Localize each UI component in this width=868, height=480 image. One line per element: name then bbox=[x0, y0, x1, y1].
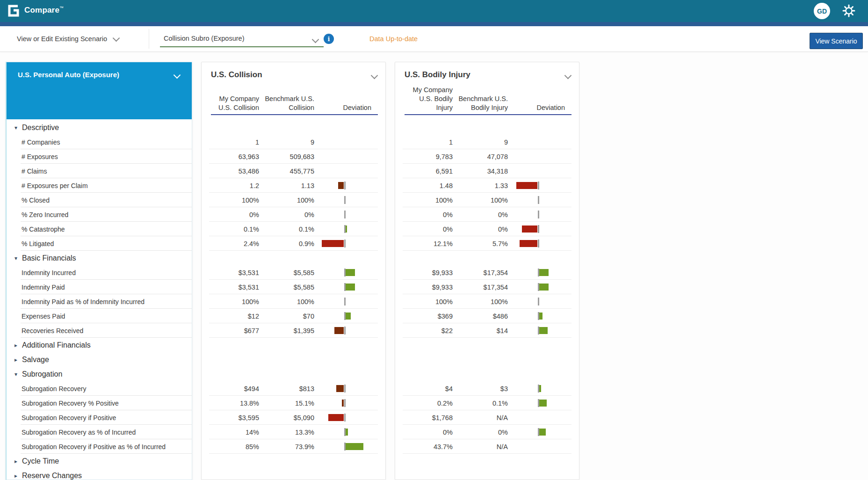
sidebar-metric-item[interactable]: Indemnity Incurred bbox=[7, 265, 192, 280]
chevron-down-icon[interactable] bbox=[564, 72, 572, 80]
panel-data-row: $369$486 bbox=[395, 309, 579, 323]
sidebar-category-item[interactable]: ▾Basic Financials bbox=[7, 251, 192, 265]
info-icon[interactable]: i bbox=[324, 34, 334, 44]
sidebar-metric-item[interactable]: Indemnity Paid bbox=[7, 280, 192, 294]
deviation-center-tick bbox=[344, 240, 346, 247]
item-label: % Closed bbox=[22, 196, 50, 204]
panel-blank-row bbox=[395, 120, 579, 135]
my-company-value: $22 bbox=[395, 327, 453, 335]
triangle-expanded-icon: ▾ bbox=[14, 371, 22, 378]
sidebar-metric-item[interactable]: # Exposures bbox=[7, 149, 192, 164]
benchmark-value: 0.1% bbox=[259, 225, 314, 233]
item-label: # Claims bbox=[22, 167, 47, 175]
view-scenario-button[interactable]: View Scenario bbox=[810, 33, 863, 49]
deviation-box bbox=[515, 396, 562, 410]
scenario-mode-dropdown[interactable]: View or Edit Existing Scenario bbox=[17, 26, 119, 51]
sidebar-category-item[interactable]: ▸Additional Financials bbox=[7, 338, 192, 352]
benchmark-value: 100% bbox=[453, 298, 508, 305]
sidebar-metric-item[interactable]: Subrogation Recovery % Positive bbox=[7, 396, 192, 410]
my-company-value: $4 bbox=[395, 385, 453, 393]
sidebar-category-item[interactable]: ▸Cycle Time bbox=[7, 454, 192, 468]
deviation-box bbox=[321, 236, 368, 251]
sidebar-metric-item[interactable]: Subrogation Recovery as % of Incurred bbox=[7, 425, 192, 439]
sidebar-metric-item[interactable]: % Zero Incurred bbox=[7, 207, 192, 222]
item-label: Expenses Paid bbox=[22, 313, 65, 320]
deviation-box bbox=[321, 323, 368, 338]
sidebar-category-item[interactable]: ▸Salvage bbox=[7, 352, 192, 367]
deviation-box bbox=[515, 425, 562, 439]
data-status-text: Data Up-to-date bbox=[369, 26, 418, 51]
chevron-down-icon bbox=[312, 36, 319, 44]
my-company-value: 43.7% bbox=[395, 443, 453, 451]
settings-gear-icon[interactable] bbox=[841, 3, 856, 18]
deviation-bar bbox=[539, 400, 547, 407]
deviation-box bbox=[321, 396, 368, 410]
panel-data-row: 100%100% bbox=[395, 193, 579, 207]
deviation-box bbox=[321, 410, 368, 425]
sidebar-metric-item[interactable]: # Exposures per Claim bbox=[7, 178, 192, 193]
my-company-value: $3,531 bbox=[202, 284, 259, 291]
column-header-my-company: My Company U.S. Bodily Injury bbox=[395, 86, 453, 113]
sidebar-metric-item[interactable]: Recoveries Received bbox=[7, 323, 192, 338]
sidebar-metric-item[interactable]: % Closed bbox=[7, 193, 192, 207]
panel-blank-row bbox=[395, 454, 579, 468]
sidebar-metric-item[interactable]: % Litigated bbox=[7, 236, 192, 251]
panel-data-row: 0.2%0.1% bbox=[395, 396, 579, 410]
deviation-box bbox=[321, 425, 368, 439]
panel-title: U.S. Collision bbox=[211, 70, 262, 80]
sidebar-metric-item[interactable]: Indemnity Paid as % of Indemnity Incurre… bbox=[7, 294, 192, 309]
sidebar-metric-item[interactable]: Subrogation Recovery bbox=[7, 381, 192, 396]
chevron-down-icon[interactable] bbox=[174, 72, 181, 79]
panel-data-row: 0%0% bbox=[202, 207, 385, 222]
my-company-value: 1.2 bbox=[202, 182, 259, 189]
top-app-bar: Compare™ GD bbox=[0, 0, 868, 22]
sidebar-rows: ▾Descriptive# Companies# Exposures# Clai… bbox=[7, 120, 192, 480]
sidebar-category-item[interactable]: ▾Descriptive bbox=[7, 120, 192, 135]
deviation-box bbox=[321, 309, 368, 323]
column-header-benchmark: Benchmark U.S. Bodily Injury bbox=[453, 95, 508, 113]
sidebar-metric-item[interactable]: Expenses Paid bbox=[7, 309, 192, 323]
panel-blank-row bbox=[202, 352, 385, 367]
sidebar-header[interactable]: U.S. Personal Auto (Exposure) bbox=[7, 62, 192, 119]
chevron-down-icon[interactable] bbox=[371, 72, 378, 80]
deviation-cell bbox=[314, 425, 385, 439]
deviation-box bbox=[515, 178, 562, 193]
sidebar-metric-item[interactable]: Subrogation Recovery if Positive as % of… bbox=[7, 439, 192, 454]
panel-data-row: $12$70 bbox=[202, 309, 385, 323]
user-avatar[interactable]: GD bbox=[814, 3, 830, 19]
sidebar-metric-item[interactable]: % Catastrophe bbox=[7, 222, 192, 236]
metric-sidebar: U.S. Personal Auto (Exposure) ▾Descripti… bbox=[6, 62, 192, 480]
my-company-value: 6,591 bbox=[395, 167, 453, 175]
sidebar-category-item[interactable]: ▾Subrogation bbox=[7, 367, 192, 381]
benchmark-value: 5.7% bbox=[453, 240, 508, 247]
item-label: Additional Financials bbox=[22, 341, 91, 349]
benchmark-value: N/A bbox=[453, 414, 508, 422]
deviation-cell bbox=[314, 207, 385, 222]
panel-title: U.S. Bodily Injury bbox=[405, 70, 470, 80]
triangle-collapsed-icon: ▸ bbox=[14, 342, 22, 349]
sidebar-metric-item[interactable]: # Companies bbox=[7, 135, 192, 149]
deviation-box bbox=[321, 265, 368, 280]
panel-blank-row bbox=[202, 120, 385, 135]
deviation-box bbox=[515, 193, 562, 207]
triangle-expanded-icon: ▾ bbox=[14, 255, 22, 262]
item-label: Indemnity Paid as % of Indemnity Incurre… bbox=[22, 298, 145, 305]
sidebar-category-item[interactable]: ▸Reserve Changes bbox=[7, 468, 192, 480]
deviation-cell bbox=[508, 178, 579, 193]
deviation-cell bbox=[314, 439, 385, 454]
my-company-value: $494 bbox=[202, 385, 259, 393]
comparison-dropdown[interactable]: Collision Subro (Exposure) bbox=[160, 26, 324, 51]
deviation-box bbox=[321, 178, 368, 193]
deviation-box bbox=[321, 193, 368, 207]
my-company-value: 9,783 bbox=[395, 153, 453, 160]
deviation-box bbox=[321, 222, 368, 236]
item-label: % Zero Incurred bbox=[22, 211, 68, 218]
panel-data-row: 0%0% bbox=[395, 222, 579, 236]
sidebar-metric-item[interactable]: Subrogation Recovery if Positive bbox=[7, 410, 192, 425]
sidebar-metric-item[interactable]: # Claims bbox=[7, 164, 192, 178]
triangle-collapsed-icon: ▸ bbox=[14, 356, 22, 363]
my-company-value: $3,595 bbox=[202, 414, 259, 422]
panel-data-row: $3,531$5,585 bbox=[202, 265, 385, 280]
deviation-cell bbox=[508, 149, 579, 164]
my-company-value: 13.8% bbox=[202, 400, 259, 407]
